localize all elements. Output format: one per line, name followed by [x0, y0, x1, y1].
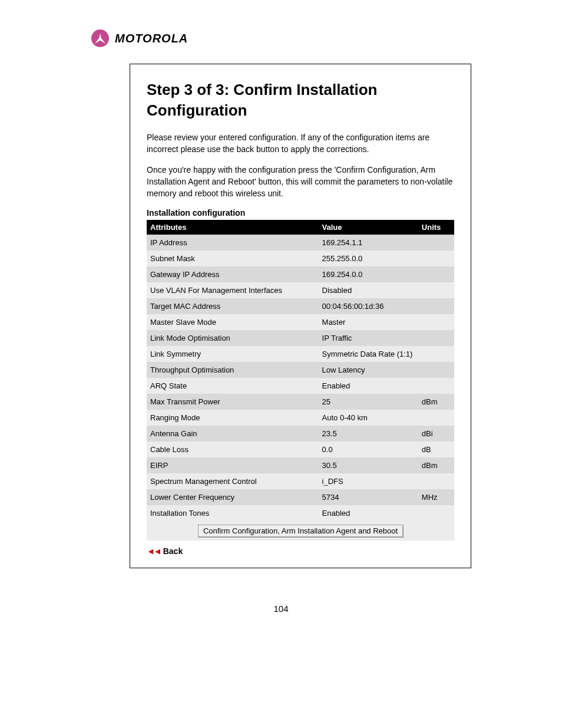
table-row: Target MAC Address00:04:56:00:1d:36	[147, 298, 454, 314]
cell-value: 25	[319, 394, 418, 410]
table-row: Gateway IP Address169.254.0.0	[147, 266, 454, 282]
brand-name: MOTOROLA	[115, 32, 188, 45]
page-number: 104	[0, 604, 562, 614]
cell-attribute: IP Address	[147, 235, 319, 251]
col-attributes: Attributes	[147, 220, 319, 235]
page-title: Step 3 of 3: Confirm Installation Config…	[147, 80, 454, 121]
table-row: IP Address169.254.1.1	[147, 235, 454, 251]
cell-units	[418, 251, 454, 266]
cell-attribute: Lower Center Frequency	[147, 489, 319, 505]
back-label: Back	[163, 546, 183, 556]
back-link[interactable]: ◄◄ Back	[147, 546, 183, 556]
back-chevron-icon: ◄◄	[147, 546, 161, 556]
table-row: Installation TonesEnabled	[147, 505, 454, 521]
table-row: Use VLAN For Management InterfacesDisabl…	[147, 282, 454, 298]
table-row: Spectrum Management Controli_DFS	[147, 473, 454, 489]
table-row: Max Transmit Power25dBm	[147, 394, 454, 410]
cell-units	[418, 362, 454, 378]
cell-value: 23.5	[319, 426, 418, 442]
cell-attribute: Cable Loss	[147, 442, 319, 457]
config-panel: Step 3 of 3: Confirm Installation Config…	[130, 64, 471, 568]
confirm-reboot-button[interactable]: Confirm Configuration, Arm Installation …	[198, 525, 403, 537]
cell-value: Auto 0-40 km	[319, 410, 418, 426]
cell-value: 30.5	[319, 457, 418, 473]
intro-paragraph-2: Once you're happy with the configuration…	[147, 164, 454, 200]
cell-value: Master	[319, 314, 418, 330]
cell-units: dBi	[418, 426, 454, 442]
table-row: Subnet Mask255.255.0.0	[147, 251, 454, 266]
cell-value: Enabled	[319, 378, 418, 394]
table-row: ARQ StateEnabled	[147, 378, 454, 394]
cell-units	[418, 330, 454, 346]
cell-attribute: Master Slave Mode	[147, 314, 319, 330]
cell-attribute: ARQ State	[147, 378, 319, 394]
cell-units	[418, 473, 454, 489]
cell-value: 5734	[319, 489, 418, 505]
cell-value: IP Traffic	[319, 330, 418, 346]
cell-attribute: Link Mode Optimisation	[147, 330, 319, 346]
cell-units	[418, 505, 454, 521]
cell-attribute: Ranging Mode	[147, 410, 319, 426]
cell-attribute: Target MAC Address	[147, 298, 319, 314]
table-row: Throughput OptimisationLow Latency	[147, 362, 454, 378]
cell-attribute: Antenna Gain	[147, 426, 319, 442]
cell-units	[418, 378, 454, 394]
cell-attribute: Link Symmetry	[147, 346, 319, 362]
cell-value: 169.254.0.0	[319, 266, 418, 282]
cell-units	[418, 282, 454, 298]
cell-attribute: Gateway IP Address	[147, 266, 319, 282]
table-caption: Installation configuration	[147, 208, 454, 218]
table-row: Lower Center Frequency5734MHz	[147, 489, 454, 505]
cell-value: 0.0	[319, 442, 418, 457]
brand-header: MOTOROLA	[91, 29, 562, 47]
motorola-logo-icon	[91, 29, 109, 47]
cell-units	[418, 266, 454, 282]
cell-value: Enabled	[319, 505, 418, 521]
table-row: Ranging ModeAuto 0-40 km	[147, 410, 454, 426]
config-table: Attributes Value Units IP Address169.254…	[147, 220, 454, 541]
cell-units	[418, 410, 454, 426]
cell-units	[418, 346, 454, 362]
cell-attribute: Subnet Mask	[147, 251, 319, 266]
cell-value: Symmetric Data Rate (1:1)	[319, 346, 418, 362]
col-units: Units	[418, 220, 454, 235]
cell-attribute: Max Transmit Power	[147, 394, 319, 410]
table-row: Antenna Gain23.5dBi	[147, 426, 454, 442]
table-row: Cable Loss0.0dB	[147, 442, 454, 457]
table-row: Link SymmetrySymmetric Data Rate (1:1)	[147, 346, 454, 362]
cell-attribute: Use VLAN For Management Interfaces	[147, 282, 319, 298]
col-value: Value	[319, 220, 418, 235]
cell-units: dBm	[418, 457, 454, 473]
cell-value: 00:04:56:00:1d:36	[319, 298, 418, 314]
cell-value: 255.255.0.0	[319, 251, 418, 266]
cell-attribute: EIRP	[147, 457, 319, 473]
cell-units	[418, 298, 454, 314]
cell-units: MHz	[418, 489, 454, 505]
cell-units: dBm	[418, 394, 454, 410]
table-row: Master Slave ModeMaster	[147, 314, 454, 330]
cell-value: 169.254.1.1	[319, 235, 418, 251]
cell-attribute: Installation Tones	[147, 505, 319, 521]
cell-attribute: Spectrum Management Control	[147, 473, 319, 489]
cell-value: Low Latency	[319, 362, 418, 378]
cell-units: dB	[418, 442, 454, 457]
table-row: Link Mode OptimisationIP Traffic	[147, 330, 454, 346]
cell-units	[418, 235, 454, 251]
cell-units	[418, 314, 454, 330]
table-row: EIRP30.5dBm	[147, 457, 454, 473]
cell-value: Disabled	[319, 282, 418, 298]
cell-attribute: Throughput Optimisation	[147, 362, 319, 378]
cell-value: i_DFS	[319, 473, 418, 489]
intro-paragraph-1: Please review your entered configuration…	[147, 131, 454, 156]
